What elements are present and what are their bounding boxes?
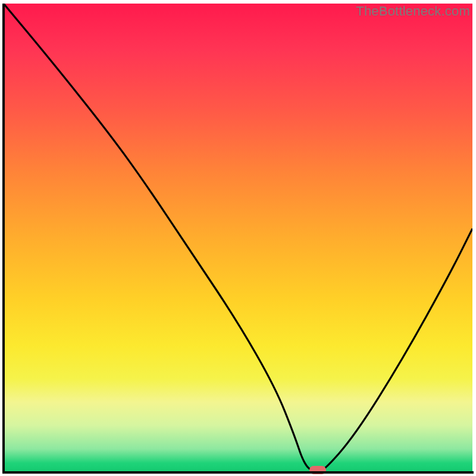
bottleneck-chart: TheBottleneck.com [0, 0, 476, 476]
watermark-text: TheBottleneck.com [356, 4, 470, 19]
plot-background [4, 4, 472, 472]
x-axis [2, 471, 474, 474]
y-axis [2, 4, 5, 474]
